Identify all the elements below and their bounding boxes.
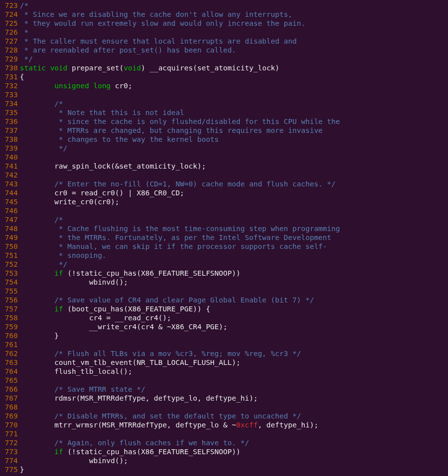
- code-line: 732 unsigned long cr0;: [0, 81, 448, 90]
- code-line: 746: [0, 206, 448, 215]
- line-number: 727: [0, 37, 18, 46]
- code-line: 764 flush_tlb_local();: [0, 367, 448, 376]
- code-line: 731{: [0, 72, 448, 81]
- code-line: 775}: [0, 465, 448, 474]
- line-source: /*: [20, 1, 448, 10]
- line-number: 753: [0, 269, 18, 278]
- line-source: /* Flush all TLBs via a mov %cr3, %reg; …: [20, 349, 448, 358]
- code-line: 729 */: [0, 55, 448, 63]
- line-source: [20, 403, 448, 412]
- line-number: 729: [0, 55, 18, 63]
- line-source: /*: [20, 215, 448, 224]
- line-source: [20, 90, 448, 99]
- line-number: 743: [0, 179, 18, 188]
- line-source: * MTRRs are changed, but changing this r…: [20, 126, 448, 135]
- line-number: 732: [0, 81, 18, 90]
- line-source: * are reenabled after post_set() has bee…: [20, 46, 448, 55]
- line-source: * the MTRRs. Fortunately, as per the Int…: [20, 233, 448, 242]
- line-number: 760: [0, 331, 18, 340]
- line-source: __write_cr4(cr4 & ~X86_CR4_PGE);: [20, 322, 448, 331]
- code-line: 734 /*: [0, 99, 448, 108]
- code-line: 742: [0, 171, 448, 179]
- line-source: static void prepare_set(void) __acquires…: [20, 63, 448, 72]
- line-number: 758: [0, 313, 18, 322]
- line-number: 757: [0, 304, 18, 313]
- line-number: 723: [0, 1, 18, 10]
- line-source: * they would run extremely slow and woul…: [20, 19, 448, 28]
- line-number: 770: [0, 420, 18, 429]
- line-number: 752: [0, 260, 18, 269]
- code-line: 728 * are reenabled after post_set() has…: [0, 46, 448, 55]
- code-line: 750 * Manual, we can skip it if the proc…: [0, 242, 448, 251]
- line-source: /*: [20, 99, 448, 108]
- line-source: if (!static_cpu_has(X86_FEATURE_SELFSNOO…: [20, 269, 448, 278]
- line-number: 767: [0, 394, 18, 403]
- line-source: }: [20, 331, 448, 340]
- code-line: 739 */: [0, 144, 448, 153]
- line-source: /* Enter the no-fill (CD=1, NW=0) cache …: [20, 179, 448, 188]
- line-source: * Note that this is not ideal: [20, 108, 448, 117]
- code-line: 755: [0, 287, 448, 296]
- line-number: 763: [0, 358, 18, 367]
- code-line: 770 mtrr_wrmsr(MSR_MTRRdefType, deftype_…: [0, 420, 448, 429]
- line-source: * The caller must ensure that local inte…: [20, 37, 448, 46]
- line-number: 728: [0, 46, 18, 55]
- line-source: * since the cache is only flushed/disabl…: [20, 117, 448, 126]
- line-source: */: [20, 144, 448, 153]
- line-source: * Cache flushing is the most time-consum…: [20, 224, 448, 233]
- code-line: 760 }: [0, 331, 448, 340]
- code-line: 768: [0, 403, 448, 412]
- code-line: 772 /* Again, only flush caches if we ha…: [0, 438, 448, 447]
- line-source: *: [20, 28, 448, 37]
- line-source: */: [20, 260, 448, 269]
- code-line: 765: [0, 376, 448, 385]
- line-number: 773: [0, 447, 18, 456]
- code-line: 743 /* Enter the no-fill (CD=1, NW=0) ca…: [0, 179, 448, 188]
- line-number: 740: [0, 153, 18, 162]
- line-source: [20, 340, 448, 349]
- line-source: cr4 = __read_cr4();: [20, 313, 448, 322]
- line-number: 756: [0, 296, 18, 304]
- line-number: 738: [0, 135, 18, 144]
- code-line: 723/*: [0, 1, 448, 10]
- line-source: }: [20, 465, 448, 474]
- line-source: mtrr_wrmsr(MSR_MTRRdefType, deftype_lo &…: [20, 420, 448, 429]
- line-source: raw_spin_lock(&set_atomicity_lock);: [20, 162, 448, 171]
- code-line: 737 * MTRRs are changed, but changing th…: [0, 126, 448, 135]
- line-number: 751: [0, 251, 18, 260]
- line-source: * Manual, we can skip it if the processo…: [20, 242, 448, 251]
- code-line: 763 count_vm_tlb_event(NR_TLB_LOCAL_FLUS…: [0, 358, 448, 367]
- line-number: 771: [0, 429, 18, 438]
- code-line: 773 if (!static_cpu_has(X86_FEATURE_SELF…: [0, 447, 448, 456]
- line-number: 725: [0, 19, 18, 28]
- line-source: flush_tlb_local();: [20, 367, 448, 376]
- code-line: 740: [0, 153, 448, 162]
- code-line: 769 /* Disable MTRRs, and set the defaul…: [0, 412, 448, 420]
- line-source: unsigned long cr0;: [20, 81, 448, 90]
- line-number: 747: [0, 215, 18, 224]
- code-line: 753 if (!static_cpu_has(X86_FEATURE_SELF…: [0, 269, 448, 278]
- line-number: 730: [0, 63, 18, 72]
- code-line: 730static void prepare_set(void) __acqui…: [0, 63, 448, 72]
- line-source: * snooping.: [20, 251, 448, 260]
- line-source: * changes to the way the kernel boots: [20, 135, 448, 144]
- line-number: 726: [0, 28, 18, 37]
- code-line: 736 * since the cache is only flushed/di…: [0, 117, 448, 126]
- line-number: 765: [0, 376, 18, 385]
- line-source: {: [20, 72, 448, 81]
- line-number: 769: [0, 412, 18, 420]
- line-number: 741: [0, 162, 18, 171]
- code-line: 752 */: [0, 260, 448, 269]
- line-source: * Since we are disabling the cache don't…: [20, 10, 448, 19]
- line-number: 755: [0, 287, 18, 296]
- code-line: 741 raw_spin_lock(&set_atomicity_lock);: [0, 162, 448, 171]
- line-number: 764: [0, 367, 18, 376]
- line-number: 748: [0, 224, 18, 233]
- line-source: write_cr0(cr0);: [20, 197, 448, 206]
- code-line: 727 * The caller must ensure that local …: [0, 37, 448, 46]
- code-line: 766 /* Save MTRR state */: [0, 385, 448, 394]
- line-number: 768: [0, 403, 18, 412]
- code-line: 748 * Cache flushing is the most time-co…: [0, 224, 448, 233]
- code-line: 774 wbinvd();: [0, 456, 448, 465]
- line-source: /* Disable MTRRs, and set the default ty…: [20, 412, 448, 420]
